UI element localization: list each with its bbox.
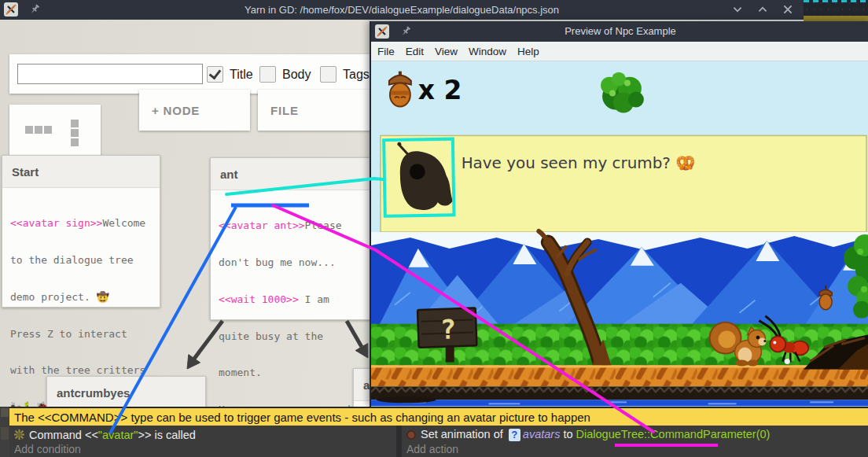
title-checkbox[interactable] (207, 66, 223, 83)
node-antcrumbyes-title[interactable]: antcrumbyes (47, 377, 205, 409)
filter-title[interactable]: Title (207, 66, 253, 83)
preview-titlebar[interactable]: Preview of Npc Example (371, 21, 868, 42)
game-viewport[interactable]: x 2 (371, 61, 868, 407)
action-row[interactable]: Set animation of ?avatars to DialogueTre… (402, 426, 868, 444)
underground-texture (371, 386, 868, 400)
command-event-icon (14, 429, 24, 440)
preview-window: Preview of Npc Example File Edit View Wi… (370, 21, 868, 407)
list-icon (71, 129, 79, 137)
add-condition-link[interactable]: Add condition (9, 444, 396, 457)
background-window-edge (804, 0, 868, 21)
filter-body[interactable]: Body (259, 66, 311, 83)
ground-lip (371, 365, 868, 367)
title-checkbox-label: Title (230, 68, 253, 82)
condition-text: Command <<"avatar">> is called (29, 429, 196, 441)
acorn-count-label: x 2 (418, 75, 462, 105)
menu-help[interactable]: Help (517, 46, 539, 57)
node-start-title[interactable]: Start (2, 156, 160, 188)
filter-tags[interactable]: Tags (320, 66, 370, 83)
maximize-icon[interactable] (756, 3, 769, 16)
comment-bar[interactable]: The <<COMMAND>> type can be used to trig… (9, 407, 868, 426)
tags-checkbox-label: Tags (343, 68, 370, 82)
condition-column: Command <<"avatar">> is called Add condi… (9, 426, 396, 457)
node-ant-title[interactable]: ant (211, 158, 373, 190)
action-text: Set animation of ?avatars to DialogueTre… (421, 428, 770, 441)
search-input[interactable] (17, 64, 203, 84)
action-column: Set animation of ?avatars to DialogueTre… (402, 426, 868, 457)
node-ant[interactable]: ant <<avatar ant>>Please don't bug me no… (210, 157, 373, 320)
event-sheet: Command <<"avatar">> is called Add condi… (9, 426, 868, 457)
event-column-divider (396, 426, 402, 457)
layout-toggle-card[interactable] (9, 105, 101, 160)
body-checkbox-label: Body (282, 68, 311, 82)
list-icon (71, 138, 79, 146)
game-scene: x 2 (371, 61, 868, 407)
add-action-link[interactable]: Add action (402, 444, 868, 457)
tags-checkbox[interactable] (320, 66, 337, 83)
animation-action-icon (406, 430, 416, 440)
grid-icon (44, 126, 52, 134)
screen: Yarn in GD: /home/fox/DEV/dialogueExampl… (0, 0, 868, 457)
ground (371, 365, 868, 386)
menu-view[interactable]: View (435, 46, 458, 57)
driftwood (377, 396, 436, 403)
object-missing-icon: ? (509, 429, 520, 441)
dashed-selection-border (804, 0, 868, 2)
yarn-titlebar[interactable]: Yarn in GD: /home/fox/DEV/dialogueExampl… (0, 0, 804, 20)
comment-text: The <<COMMAND>> type can be used to trig… (14, 411, 590, 424)
minimize-icon[interactable] (731, 3, 744, 16)
dialog-box: Have you seen my crumb? 🥨 (381, 135, 866, 232)
event-sheet-gutter (0, 407, 9, 457)
preview-window-title: Preview of Npc Example (371, 21, 868, 42)
grid-icon (25, 126, 33, 134)
body-checkbox[interactable] (259, 66, 276, 83)
preview-menubar: File Edit View Window Help (371, 42, 868, 61)
dialog-text: Have you seen my crumb? 🥨 (462, 153, 696, 172)
list-icon (71, 120, 79, 127)
yarn-window-title: Yarn in GD: /home/fox/DEV/dialogueExampl… (0, 0, 804, 20)
grid-icon (35, 126, 42, 134)
add-node-button[interactable]: + NODE (139, 90, 250, 131)
sign-question-mark: ? (440, 314, 457, 345)
menu-window[interactable]: Window (469, 46, 506, 57)
node-start[interactable]: Start <<avatar sign>>Welcome to the dial… (2, 155, 160, 308)
menu-file[interactable]: File (377, 46, 395, 57)
menu-edit[interactable]: Edit (406, 46, 424, 57)
background-toolbar-strip (804, 16, 868, 21)
close-icon[interactable] (782, 3, 794, 16)
condition-row[interactable]: Command <<"avatar">> is called (9, 426, 396, 444)
